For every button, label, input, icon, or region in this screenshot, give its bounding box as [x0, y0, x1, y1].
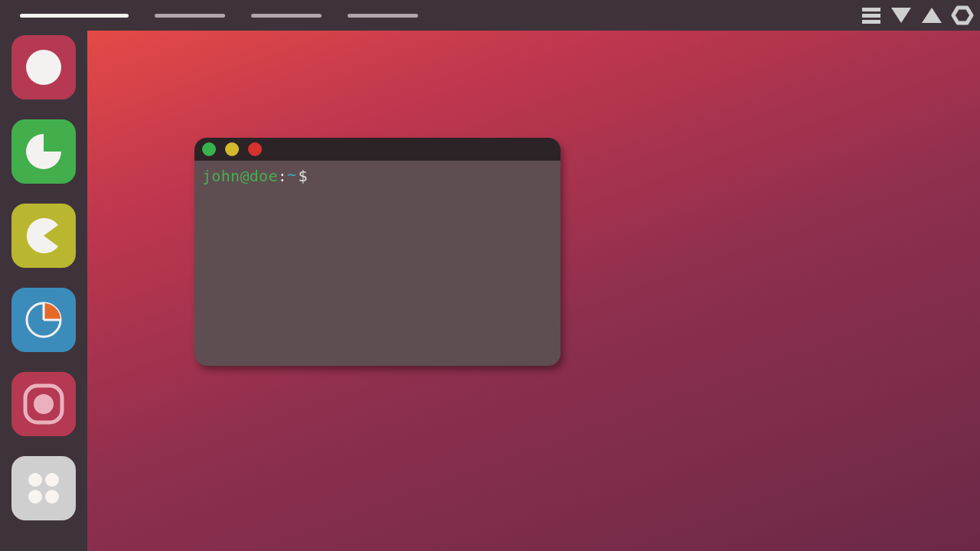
triangle-down-icon[interactable]	[890, 5, 913, 26]
desktop[interactable]: john@doe:~$	[87, 31, 980, 551]
dock-app-5[interactable]	[11, 372, 76, 436]
svg-marker-4	[922, 8, 942, 23]
close-button[interactable]	[248, 142, 262, 156]
system-indicators	[861, 0, 974, 31]
top-menu	[20, 14, 418, 18]
grid-icon	[24, 468, 64, 508]
svg-rect-0	[862, 8, 880, 11]
pie-icon	[24, 132, 64, 171]
maximize-button[interactable]	[225, 142, 239, 156]
svg-rect-2	[862, 20, 880, 24]
prompt-at: @	[240, 167, 249, 185]
dock-app-2[interactable]	[11, 119, 76, 184]
pacman-icon	[24, 216, 64, 256]
prompt-cwd: ~	[287, 165, 296, 184]
record-icon	[21, 381, 67, 427]
svg-point-12	[28, 473, 42, 487]
svg-point-13	[45, 473, 59, 487]
dock-app-6[interactable]	[11, 456, 76, 520]
launcher-dock	[0, 31, 87, 551]
prompt-symbol: $	[298, 167, 307, 185]
menu-item-1[interactable]	[20, 14, 129, 18]
svg-point-15	[45, 490, 59, 504]
svg-point-11	[34, 394, 54, 414]
prompt-user: john	[202, 167, 240, 185]
svg-marker-5	[953, 8, 972, 23]
terminal-window[interactable]: john@doe:~$	[194, 138, 560, 366]
dock-app-1[interactable]	[11, 35, 76, 99]
triangle-up-icon[interactable]	[920, 5, 943, 26]
menu-item-2[interactable]	[155, 14, 225, 18]
dock-app-3[interactable]	[11, 204, 76, 268]
chart-icon	[22, 298, 65, 341]
minimize-button[interactable]	[202, 142, 216, 156]
terminal-body[interactable]: john@doe:~$	[194, 161, 560, 191]
top-panel	[0, 0, 980, 31]
svg-rect-1	[862, 14, 880, 18]
prompt-host: doe	[250, 167, 278, 185]
hexagon-icon[interactable]	[951, 5, 974, 26]
menu-icon[interactable]	[861, 5, 882, 26]
circle-icon	[24, 47, 64, 87]
svg-point-6	[26, 50, 61, 85]
terminal-titlebar[interactable]	[194, 138, 560, 161]
dock-app-4[interactable]	[11, 288, 76, 352]
svg-marker-3	[891, 8, 911, 23]
svg-point-14	[28, 490, 42, 504]
menu-item-3[interactable]	[251, 14, 322, 18]
prompt-colon: :	[278, 167, 287, 185]
menu-item-4[interactable]	[348, 14, 418, 18]
